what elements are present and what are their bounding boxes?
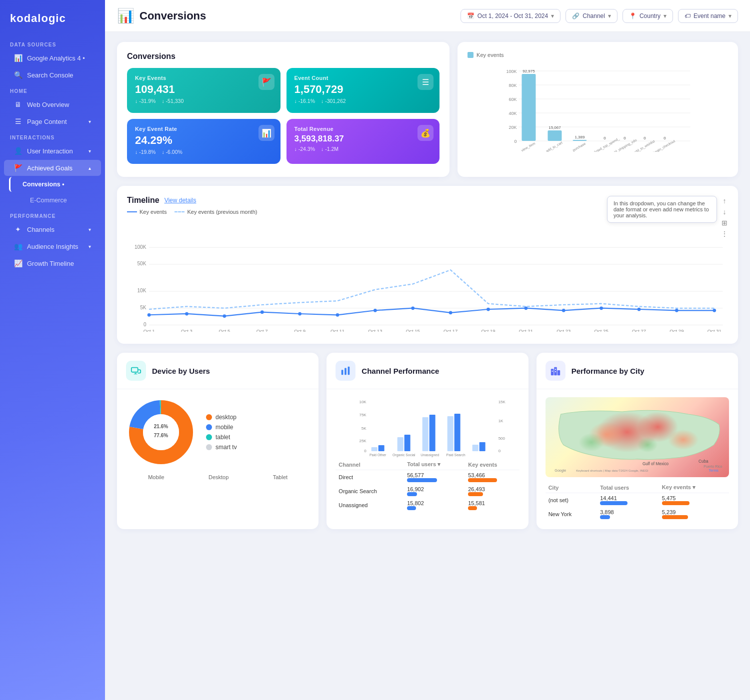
achieved-goals-chevron: ▴	[88, 165, 91, 171]
key-events-cell: 53,466	[465, 470, 519, 485]
tablet-bottom-label: Tablet	[273, 474, 288, 480]
svg-text:100K: 100K	[134, 244, 146, 250]
donut-leg-tablet: tablet	[206, 434, 237, 441]
channels-icon: ✦	[14, 225, 22, 233]
sidebar-section-data-sources: Data Sources	[0, 37, 105, 49]
sidebar-item-search-console[interactable]: 🔍 Search Console	[4, 67, 101, 83]
svg-text:40K: 40K	[509, 111, 517, 116]
performance-by-city-card: Performance by City	[536, 353, 738, 529]
city-events-bar	[662, 501, 690, 505]
svg-rect-116	[555, 369, 556, 370]
svg-text:Unassigned: Unassigned	[421, 453, 440, 457]
total-users-col-header[interactable]: Total users ▾	[404, 459, 465, 470]
event-count-value: 1,570,729	[294, 83, 432, 96]
date-filter-button[interactable]: 📅 Oct 1, 2024 - Oct 31, 2024 ▾	[460, 9, 560, 23]
title-icon: 📊	[117, 7, 134, 24]
key-event-rate-sub: ↓ -19.8% ↓ -6.00%	[135, 149, 272, 155]
city-key-events-header[interactable]: Key events ▾	[659, 482, 729, 493]
svg-text:Google: Google	[554, 469, 566, 473]
sidebar-item-page-content[interactable]: ☰ Page Content ▾	[4, 113, 101, 129]
page-title: Conversions	[140, 9, 206, 22]
svg-text:Oct 15: Oct 15	[406, 328, 420, 332]
city-card-body: Gulf of Mexico Cuba Puerto Rico Google K…	[536, 389, 738, 529]
svg-text:Oct 7: Oct 7	[256, 328, 268, 332]
channel-filter-button[interactable]: 🔗 Channel ▾	[566, 9, 618, 23]
bar-chart-svg: 100K 80K 60K 40K 20K 0	[468, 67, 728, 152]
sidebar-item-achieved-goals[interactable]: 🚩 Achieved Goals ▴	[4, 160, 101, 176]
key-event-rate-icon: 📊	[258, 125, 274, 141]
svg-rect-77	[134, 374, 137, 374]
table-row: Direct 56,577 53,466	[336, 470, 519, 485]
sidebar-item-ecommerce[interactable]: E-Commerce	[4, 193, 101, 208]
svg-rect-114	[557, 370, 560, 375]
date-chevron-icon: ▾	[551, 12, 554, 19]
city-header-icon	[546, 361, 566, 381]
key-events-abs: ↓ -51,330	[162, 98, 184, 104]
svg-rect-87	[348, 367, 350, 375]
svg-text:Paid Search: Paid Search	[446, 453, 466, 457]
channel-col-header: Channel	[336, 459, 404, 470]
timeline-export-button[interactable]: ⊞	[721, 219, 728, 227]
timeline-more-button[interactable]: ⋮	[721, 230, 728, 238]
timeline-download-button[interactable]: ↓	[721, 208, 728, 216]
svg-point-50	[411, 306, 414, 310]
svg-text:Puerto Rico: Puerto Rico	[704, 465, 722, 469]
smarttv-label: smart tv	[216, 444, 237, 451]
timeline-header: Timeline View details	[127, 196, 257, 205]
city-total-users-header: Total users	[597, 482, 659, 493]
donut-leg-mobile: mobile	[206, 424, 237, 431]
channels-chevron: ▾	[88, 227, 91, 232]
desktop-bottom-label: Desktop	[208, 474, 228, 480]
total-revenue-value: 3,593,818.37	[294, 134, 432, 144]
svg-text:Oct 27: Oct 27	[632, 328, 646, 332]
sidebar-section-interactions: Interactions	[0, 130, 105, 142]
device-by-users-card: Device by Users	[117, 353, 318, 529]
timeline-view-details[interactable]: View details	[164, 197, 196, 204]
svg-text:Organic Social: Organic Social	[392, 453, 416, 457]
sidebar-item-user-interaction[interactable]: 👤 User Interaction ▾	[4, 143, 101, 159]
donut-chart-svg: 21.6% 77.6%	[126, 397, 196, 467]
device-card-title: Device by Users	[152, 367, 210, 375]
svg-text:15,067: 15,067	[548, 125, 561, 130]
svg-text:15K: 15K	[498, 400, 506, 404]
key-event-rate-abs: ↓ -6.00%	[162, 149, 182, 155]
svg-text:0: 0	[664, 136, 666, 140]
svg-rect-106	[480, 442, 486, 451]
sidebar-logo: kodalogic	[0, 12, 105, 37]
timeline-legend-current-label: Key events	[140, 209, 166, 215]
svg-point-44	[185, 312, 188, 316]
timeline-upload-button[interactable]: ↑	[721, 197, 728, 205]
sidebar-item-conversions[interactable]: Conversions •	[9, 177, 101, 192]
svg-text:21.6%: 21.6%	[154, 424, 168, 429]
svg-text:Paid Other: Paid Other	[370, 453, 386, 457]
sidebar-item-growth-timeline[interactable]: 📈 Growth Timeline	[4, 255, 101, 271]
conversions-title: Conversions	[127, 52, 440, 61]
key-events-cell: 15,581	[465, 498, 519, 512]
svg-text:Terms: Terms	[708, 469, 718, 473]
svg-rect-100	[404, 435, 410, 451]
svg-rect-98	[378, 445, 384, 451]
key-events-pct: ↓ -31.9%	[135, 98, 156, 104]
timeline-chart-svg: 100K 50K 10K 5K 0	[127, 242, 728, 332]
svg-point-54	[562, 309, 566, 312]
total-revenue-pct: ↓ -24.3%	[294, 146, 315, 152]
event-count-pct: ↓ -16.1%	[294, 98, 315, 104]
timeline-title: Timeline	[127, 196, 160, 205]
total-revenue-abs: ↓ -1.2M	[321, 146, 338, 152]
svg-text:Oct 31: Oct 31	[708, 328, 722, 332]
metric-cards-grid: Key Events 109,431 ↓ -31.9% ↓ -51,330 🚩 …	[127, 68, 440, 164]
city-total-users-cell: 3,898	[597, 507, 659, 521]
svg-text:Oct 29: Oct 29	[670, 328, 684, 332]
sidebar-item-channels[interactable]: ✦ Channels ▾	[4, 221, 101, 237]
date-icon: 📅	[467, 12, 474, 19]
event-filter-button[interactable]: 🏷 Event name ▾	[678, 9, 738, 23]
timeline-legend: Key events Key events (previous month)	[127, 209, 257, 215]
sidebar-item-audience-insights[interactable]: 👥 Audience Insights ▾	[4, 238, 101, 254]
svg-rect-102	[430, 415, 436, 451]
svg-text:Oct 17: Oct 17	[444, 328, 458, 332]
city-users-bar	[600, 515, 610, 519]
sidebar-item-web-overview[interactable]: 🖥 Web Overview	[4, 96, 101, 112]
svg-point-46	[260, 310, 264, 314]
country-filter-button[interactable]: 📍 Country ▾	[622, 9, 673, 23]
sidebar-item-google-analytics[interactable]: 📊 Google Analytics 4 •	[4, 50, 101, 66]
